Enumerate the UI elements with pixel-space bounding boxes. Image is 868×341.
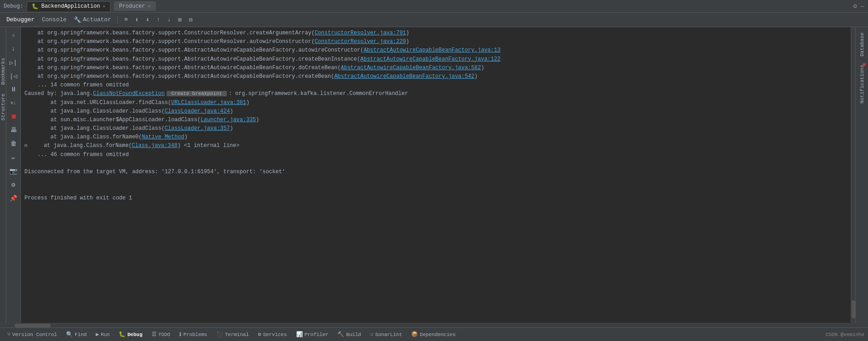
link-constructor-resolver-229[interactable]: ConstructorResolver.java:229 <box>315 38 406 45</box>
bookmarks-label[interactable]: Bookmarks <box>0 54 7 88</box>
link-abstract-autowire-13[interactable]: AbstractAutowireCapableBeanFactory.java:… <box>364 47 500 53</box>
console-line-15: ... 46 common frames omitted <box>24 151 847 159</box>
notifications-tab-wrapper: Notifications <box>858 61 867 107</box>
console-tab[interactable]: Console <box>39 15 69 24</box>
sonarlint-btn[interactable]: ○ SonarLint <box>366 331 406 339</box>
console-line-2: at org.springframework.beans.factory.sup… <box>24 38 847 46</box>
link-urlclassloader-381[interactable]: URLClassLoader.java:381 <box>171 99 246 106</box>
find-label: Find <box>75 332 86 337</box>
console-line-10: at java.lang.ClassLoader.loadClass(Class… <box>24 107 847 116</box>
expand-icon[interactable]: ⊞ <box>24 143 28 148</box>
step-into-icon[interactable]: ▷| <box>7 56 20 69</box>
tab-backend-application[interactable]: 🐛 BackendApplication ✕ <box>27 1 110 11</box>
horizontal-scrollbar-thumb[interactable] <box>14 324 51 327</box>
console-line-11: at sun.misc.Launcher$AppClassLoader.load… <box>24 116 847 124</box>
notifications-badge <box>863 63 866 66</box>
terminal-label: Terminal <box>225 332 249 337</box>
left-extra-strip: Bookmarks Structure <box>0 27 6 323</box>
bottom-bar: ⑂ Version Control 🔍 Find ▶ Run 🐛 Debug ☰… <box>0 327 868 341</box>
find-btn[interactable]: 🔍 Find <box>62 330 90 339</box>
stop-icon[interactable]: ⏹ <box>7 110 20 123</box>
settings-icon[interactable]: ⚙ <box>853 2 857 10</box>
dependencies-btn[interactable]: 📦 Dependencies <box>408 330 459 339</box>
link-launcher-335[interactable]: Launcher.java:335 <box>201 117 256 123</box>
edit-icon[interactable]: ✏ <box>7 151 20 164</box>
console-line-12: at java.lang.ClassLoader.loadClass(Class… <box>24 124 847 133</box>
tab-backend-close[interactable]: ✕ <box>103 4 106 9</box>
dependencies-icon: 📦 <box>411 331 418 338</box>
run-label: Run <box>101 332 110 337</box>
pause-icon[interactable]: ⏸ <box>7 83 20 96</box>
console-line-17: Disconnected from the target VM, address… <box>24 168 847 176</box>
console-output[interactable]: at org.springframework.beans.factory.sup… <box>21 27 851 323</box>
action-down2[interactable]: ↓ <box>165 15 174 24</box>
link-classloader-357[interactable]: ClassLoader.java:357 <box>165 125 230 132</box>
services-label: Services <box>263 332 287 337</box>
console-line-9: at java.net.URLClassLoader.findClass(URL… <box>24 99 847 107</box>
main-area: Bookmarks Structure ⚡ ↓ ▷| |◁ ⏸ ≡↓ ⏹ 🖶 🗑… <box>0 27 868 323</box>
action-up2[interactable]: ↑ <box>154 15 163 24</box>
action-grid2[interactable]: ⊟ <box>186 15 195 25</box>
link-abstract-autowire-582[interactable]: AbstractAutowireCapableBeanFactory.java:… <box>341 65 481 71</box>
dependencies-label: Dependencies <box>420 332 456 337</box>
console-line-5: at org.springframework.beans.factory.sup… <box>24 64 847 72</box>
profiler-icon: 📊 <box>296 331 303 338</box>
link-abstract-autowire-122[interactable]: AbstractAutowireCapableBeanFactory.java:… <box>360 56 501 62</box>
run-icon: ▶ <box>96 331 99 338</box>
minimize-icon[interactable]: — <box>861 3 864 10</box>
vertical-scrollbar-thumb[interactable] <box>852 300 855 318</box>
actuator-tab[interactable]: 🔧 Actuator <box>71 15 114 25</box>
tab-producer[interactable]: Producer ✕ <box>114 1 156 11</box>
console-line-6: at org.springframework.beans.factory.sup… <box>24 72 847 81</box>
print-icon[interactable]: 🖶 <box>7 124 20 137</box>
link-abstract-autowire-542[interactable]: AbstractAutowireCapableBeanFactory.java:… <box>334 73 475 80</box>
smart-step-icon[interactable]: ≡↓ <box>7 97 20 109</box>
structure-label[interactable]: Structure <box>0 90 7 124</box>
action-down[interactable]: ⬇ <box>143 15 152 25</box>
settings-sidebar-icon[interactable]: ⚙ <box>7 178 20 191</box>
link-classnotfoundexception[interactable]: ClassNotFoundException <box>93 90 164 97</box>
console-line-13: at java.lang.Class.forName0(Native Metho… <box>24 133 847 142</box>
debug-btn[interactable]: 🐛 Debug <box>115 330 146 339</box>
action-grid[interactable]: ⊞ <box>176 15 185 25</box>
camera-icon[interactable]: 📷 <box>7 165 20 177</box>
horizontal-scrollbar-track[interactable] <box>0 323 868 327</box>
console-line-14: ⊞ at java.lang.Class.forName(Class.java:… <box>24 142 847 150</box>
delete-icon[interactable]: 🗑 <box>7 137 20 150</box>
notifications-tab[interactable]: Notifications <box>858 61 867 107</box>
vertical-scrollbar-track[interactable] <box>851 27 855 323</box>
tab-producer-close[interactable]: ✕ <box>148 4 150 9</box>
console-label: Console <box>42 16 67 23</box>
link-constructor-resolver-791[interactable]: ConstructorResolver.java:791 <box>315 30 406 36</box>
actuator-label: Actuator <box>83 16 111 23</box>
link-class-java-348[interactable]: Class.java:348 <box>132 142 177 149</box>
build-btn[interactable]: 🔨 Build <box>334 330 364 339</box>
tab-producer-label: Producer <box>119 3 145 9</box>
version-control-btn[interactable]: ⑂ Version Control <box>4 331 61 339</box>
debug-run-icon[interactable]: ⚡ <box>7 29 20 42</box>
toolbar-separator <box>117 16 118 24</box>
terminal-btn[interactable]: ⬛ Terminal <box>213 330 253 339</box>
terminal-icon: ⬛ <box>216 331 223 338</box>
action-up[interactable]: ⬆ <box>132 15 141 25</box>
profiler-btn[interactable]: 📊 Profiler <box>293 330 332 339</box>
link-classloader-424[interactable]: ClassLoader.java:424 <box>165 108 230 114</box>
debugger-tab[interactable]: Debugger <box>4 15 37 24</box>
todo-btn[interactable]: ☰ TODO <box>148 330 174 339</box>
link-native-method[interactable]: Native Method <box>142 134 184 140</box>
step-over-icon[interactable]: ↓ <box>7 43 20 55</box>
console-line-8: Caused by: java.lang.ClassNotFoundExcept… <box>24 90 847 98</box>
tab-backend-label: BackendApplication <box>41 3 100 9</box>
build-icon: 🔨 <box>337 331 344 338</box>
action-menu[interactable]: ≡ <box>121 15 130 24</box>
problems-label: Problems <box>183 332 207 337</box>
create-breakpoint-hint[interactable]: Create breakpoint <box>167 91 227 96</box>
run-btn[interactable]: ▶ Run <box>92 330 113 339</box>
problems-btn[interactable]: ℹ Problems <box>176 330 211 339</box>
services-btn[interactable]: ⚙ Services <box>254 330 291 339</box>
pin-icon[interactable]: 📌 <box>7 192 20 204</box>
console-line-16 <box>24 159 847 168</box>
step-out-icon[interactable]: |◁ <box>7 70 20 82</box>
debug-icon: 🐛 <box>119 331 125 338</box>
database-tab[interactable]: Database <box>858 29 867 60</box>
